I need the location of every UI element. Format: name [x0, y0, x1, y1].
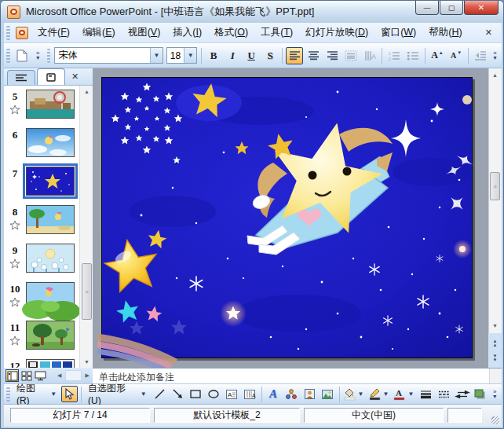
distribute-text-button[interactable]: [342, 47, 360, 64]
dropdown-icon[interactable]: ▼: [382, 390, 391, 398]
close-button[interactable]: ✕: [464, 1, 499, 15]
italic-button[interactable]: I: [224, 47, 241, 64]
shadow-style-button[interactable]: [472, 386, 488, 402]
panel-close-icon[interactable]: ✕: [71, 72, 79, 82]
slide-thumbnail-7-selected[interactable]: [26, 167, 75, 196]
tab-outline[interactable]: [7, 70, 35, 85]
maximize-button[interactable]: ▢: [440, 1, 463, 15]
slide-thumbnail-5[interactable]: [26, 90, 75, 119]
decrease-font-button[interactable]: A▼: [447, 47, 465, 64]
arrow-style-button[interactable]: [454, 386, 470, 402]
font-size-combo[interactable]: 18 ▼: [166, 47, 197, 64]
dash-style-button[interactable]: [436, 386, 452, 402]
slide-thumbnail-11[interactable]: [26, 321, 75, 350]
line-color-button[interactable]: ▼: [368, 386, 392, 402]
text-shadow-button[interactable]: S: [261, 47, 279, 64]
font-color-button[interactable]: A ▼: [393, 386, 416, 402]
insert-clipart-button[interactable]: [301, 386, 318, 402]
menu-slideshow[interactable]: 幻灯片放映(D): [299, 24, 374, 42]
menu-file[interactable]: 文件(F): [31, 24, 76, 42]
insert-diagram-button[interactable]: [283, 386, 300, 402]
hscroll-right-icon[interactable]: ▶: [82, 372, 93, 379]
bullet-list-button[interactable]: [404, 47, 422, 64]
decrease-indent-button[interactable]: [472, 47, 489, 64]
notes-pane[interactable]: 单击此处添加备注: [93, 368, 502, 383]
numbered-list-button[interactable]: 12: [385, 47, 403, 64]
scrollbar-thumb[interactable]: ≡: [490, 172, 500, 200]
fill-color-icon: [344, 388, 356, 400]
minimize-button[interactable]: —: [415, 1, 439, 15]
scroll-down-icon[interactable]: ▼: [489, 320, 501, 332]
font-size-dropdown-icon[interactable]: ▼: [184, 48, 196, 63]
autoshapes-menu-button[interactable]: 自选图形(U) ▼: [84, 380, 151, 408]
new-slide-icon[interactable]: [13, 47, 31, 64]
text-box-button[interactable]: A: [224, 386, 240, 402]
toolbar-options-icon[interactable]: »▾: [490, 51, 500, 60]
align-right-button[interactable]: [323, 47, 341, 64]
menu-edit[interactable]: 编辑(E): [76, 24, 122, 42]
status-language[interactable]: 中文(中国): [304, 408, 444, 423]
font-name-dropdown-icon[interactable]: ▼: [150, 48, 163, 63]
font-name-combo[interactable]: 宋体 ▼: [54, 47, 163, 64]
title-bar: Microsoft Office PowerPoint - [中班语言《如果我能…: [1, 1, 504, 23]
menubar-grip[interactable]: [6, 26, 10, 40]
menu-view[interactable]: 视图(V): [122, 24, 167, 42]
arrow-tool-button[interactable]: [170, 386, 186, 402]
slide-thumbnail-9[interactable]: [26, 244, 75, 273]
shadow-style-icon: [474, 389, 486, 399]
insert-picture-button[interactable]: [320, 386, 336, 402]
arrow-icon: [173, 389, 183, 399]
dropdown-icon[interactable]: ▼: [356, 390, 366, 398]
slide-navigation: ▲▲ ▼▼: [488, 333, 502, 368]
resize-grip[interactable]: [491, 416, 499, 424]
slide-thumbnail-8[interactable]: [26, 205, 75, 234]
hscroll-left-icon[interactable]: ◀: [54, 372, 64, 379]
underline-button[interactable]: U: [243, 47, 260, 64]
bold-button[interactable]: B: [205, 47, 222, 64]
align-left-icon: [290, 51, 300, 60]
menu-help[interactable]: 帮助(H): [422, 24, 468, 42]
increase-font-button[interactable]: A▲: [429, 47, 446, 64]
align-center-button[interactable]: [305, 47, 322, 64]
line-tool-button[interactable]: [152, 386, 168, 402]
select-objects-button[interactable]: [61, 386, 78, 402]
next-slide-button[interactable]: ▼▼: [489, 352, 501, 365]
hscroll-track[interactable]: [65, 370, 81, 381]
slide-thumbnail-6[interactable]: [26, 128, 75, 157]
dropdown-icon[interactable]: ▼: [406, 390, 415, 398]
toolbar-grip[interactable]: [6, 49, 10, 63]
scrollbar-thumb[interactable]: ≡: [82, 263, 92, 320]
decrease-indent-icon: [475, 51, 486, 60]
separator: [339, 387, 340, 402]
fill-color-button[interactable]: ▼: [343, 386, 367, 402]
toolbar-overflow-icon[interactable]: »▾: [33, 51, 43, 60]
menu-insert[interactable]: 插入(I): [166, 24, 208, 42]
slide-thumbnail-10[interactable]: [26, 282, 75, 311]
slide-canvas[interactable]: [101, 77, 473, 358]
svg-text:A: A: [371, 53, 376, 60]
rectangle-tool-button[interactable]: [188, 386, 204, 402]
previous-slide-button[interactable]: ▲▲: [489, 337, 501, 350]
rectangle-icon: [190, 390, 201, 398]
scroll-down-icon[interactable]: ▼: [81, 356, 93, 368]
drawbar-options-icon[interactable]: »▾: [489, 390, 500, 399]
menu-window[interactable]: 窗口(W): [374, 24, 422, 42]
vertical-text-box-button[interactable]: A: [242, 386, 258, 402]
menu-tools[interactable]: 工具(T): [254, 24, 299, 42]
tab-slides[interactable]: [37, 68, 65, 85]
scroll-up-icon[interactable]: ▲: [81, 86, 93, 97]
insert-wordart-button[interactable]: A: [265, 386, 282, 402]
status-design-template[interactable]: 默认设计模板_2: [154, 408, 300, 423]
text-direction-button[interactable]: A: [361, 47, 378, 64]
drawbar-grip[interactable]: [6, 387, 10, 402]
draw-menu-button[interactable]: 绘图(R) ▼: [13, 380, 60, 408]
align-left-button[interactable]: [286, 47, 303, 64]
line-style-button[interactable]: [418, 386, 434, 402]
document-close-icon[interactable]: ✕: [485, 28, 502, 38]
menu-format[interactable]: 格式(O): [208, 24, 254, 42]
scroll-up-icon[interactable]: ▲: [489, 69, 501, 81]
toolbar-grip2[interactable]: [47, 49, 51, 63]
slide-thumbnail-12[interactable]: [26, 359, 75, 368]
oval-tool-button[interactable]: [206, 386, 222, 402]
slide-sorter-icon: [22, 372, 31, 380]
